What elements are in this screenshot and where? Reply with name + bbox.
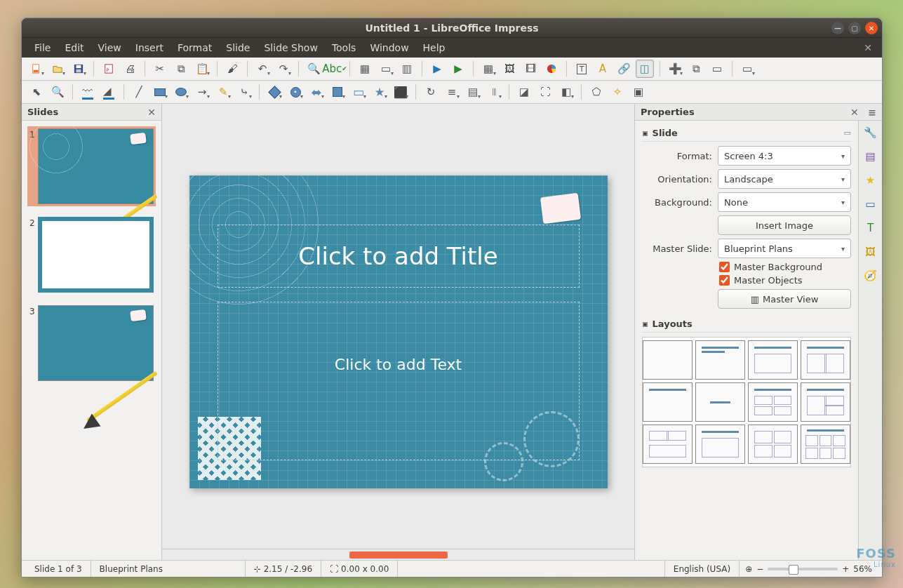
zoom-out-button[interactable]: − [756, 564, 763, 574]
zoom-slider[interactable] [768, 568, 838, 570]
callout-tool[interactable]: ▭ [349, 83, 368, 101]
duplicate-slide-button[interactable]: ⧉ [687, 60, 705, 78]
menu-tools[interactable]: Tools [325, 39, 363, 56]
sidebar-animation-tab[interactable]: ▭ [862, 195, 880, 213]
insert-image-button[interactable]: Insert Image [718, 215, 851, 235]
orientation-select[interactable]: Landscape [718, 169, 851, 189]
master-slide-button[interactable]: ▥ [398, 60, 416, 78]
close-document-button[interactable]: ✕ [859, 41, 876, 55]
export-pdf-button[interactable]: P [100, 60, 118, 78]
stars-tool[interactable]: ★ [370, 83, 389, 101]
distribute-tool[interactable]: ⫴ [485, 83, 503, 101]
master-view-button[interactable]: ▥ Master View [718, 289, 851, 309]
menu-edit[interactable]: Edit [58, 39, 91, 56]
horizontal-scrollbar[interactable] [162, 549, 634, 560]
sidebar-slides-tab[interactable]: ▤ [862, 147, 880, 166]
properties-panel-close[interactable]: ✕ [850, 107, 859, 118]
sidebar-transition-tab[interactable]: ★ [862, 171, 880, 189]
master-objects-checkbox[interactable] [719, 275, 730, 286]
find-replace-button[interactable]: 🔍 [305, 60, 323, 78]
expand-icon[interactable]: ▭ [844, 128, 851, 138]
grid-button[interactable]: ▦ [356, 60, 374, 78]
menu-format[interactable]: Format [170, 39, 219, 56]
slide-canvas[interactable]: Click to add Title Click to add Text [189, 175, 608, 488]
layout-4[interactable] [748, 425, 798, 464]
layout-title[interactable] [695, 340, 745, 380]
block-arrows-tool[interactable]: ⬌ [307, 83, 326, 101]
sidebar-master-tab[interactable]: T [862, 219, 880, 237]
slide-thumb-3[interactable]: 3 [27, 303, 156, 383]
rectangle-tool[interactable] [151, 83, 169, 101]
background-select[interactable]: None [718, 192, 851, 212]
delete-slide-button[interactable]: ▭ [708, 60, 726, 78]
save-button[interactable] [69, 60, 88, 78]
menu-insert[interactable]: Insert [128, 39, 170, 56]
start-first-button[interactable]: ▶ [428, 60, 446, 78]
shadow-tool[interactable]: ◪ [515, 83, 533, 101]
symbol-shapes-tool[interactable]: • [286, 83, 305, 101]
master-slide-select[interactable]: Blueprint Plans [718, 239, 851, 258]
undo-button[interactable]: ↶ [253, 60, 272, 78]
clone-format-button[interactable]: 🖌 [223, 60, 241, 78]
curve-tool[interactable]: ✎ [214, 83, 232, 101]
slide-section-header[interactable]: ▣ Slide ▭ [642, 125, 851, 142]
menu-window[interactable]: Window [363, 39, 415, 56]
slide-thumb-2[interactable]: 2 [27, 215, 156, 295]
close-button[interactable]: ✕ [865, 22, 878, 34]
paste-button[interactable]: 📋 [193, 60, 211, 78]
filter-tool[interactable]: ◧ [557, 83, 575, 101]
slide-list[interactable]: 1 2 3 [22, 121, 161, 560]
zoom-in-button[interactable]: + [842, 564, 849, 574]
copy-button[interactable]: ⧉ [172, 60, 190, 78]
line-color-button[interactable]: 〰 [79, 83, 97, 101]
gluepoints-tool[interactable]: ✧ [608, 83, 627, 101]
status-language[interactable]: English (USA) [665, 561, 740, 577]
sidebar-navigator-tab[interactable]: 🧭 [862, 267, 880, 285]
menu-help[interactable]: Help [416, 39, 453, 56]
layout-2x2[interactable] [748, 382, 798, 422]
align-tool[interactable]: ≡ [443, 83, 461, 101]
textbox-button[interactable]: T [573, 60, 591, 78]
extrusion-tool[interactable]: ▣ [629, 83, 648, 101]
layout-title-content[interactable] [748, 340, 798, 380]
master-background-checkbox[interactable] [719, 262, 730, 272]
cut-button[interactable]: ✂ [151, 60, 169, 78]
new-slide-button[interactable]: ➕ [666, 60, 684, 78]
layouts-section-header[interactable]: ▣ Layouts [642, 316, 851, 333]
hyperlink-button[interactable]: 🔗 [615, 60, 633, 78]
rotate-tool[interactable]: ↻ [422, 83, 440, 101]
show-draw-functions-button[interactable]: ◫ [636, 60, 654, 78]
menu-file[interactable]: File [27, 39, 58, 56]
ellipse-tool[interactable] [172, 83, 190, 101]
maximize-button[interactable]: ▢ [848, 22, 861, 34]
layout-title-only[interactable] [643, 382, 693, 422]
status-master[interactable]: Blueprint Plans [91, 561, 246, 577]
open-button[interactable] [48, 60, 67, 78]
menu-slide[interactable]: Slide [219, 39, 257, 56]
layout-centered[interactable] [695, 382, 745, 422]
connector-tool[interactable]: ⤷ [235, 83, 253, 101]
layout-blank[interactable] [643, 340, 693, 380]
slides-panel-close[interactable]: ✕ [147, 107, 156, 118]
spellcheck-button[interactable]: Abc✔ [326, 60, 344, 78]
arrange-tool[interactable]: ▤ [464, 83, 482, 101]
basic-shapes-tool[interactable] [265, 83, 283, 101]
new-doc-button[interactable] [27, 60, 46, 78]
properties-panel-menu[interactable]: ≡ [868, 107, 876, 118]
sidebar-gallery-tab[interactable]: 🖼 [862, 243, 880, 261]
layout-two-content[interactable] [801, 340, 850, 380]
arrow-tool[interactable]: → [193, 83, 211, 101]
select-tool[interactable]: ⬉ [27, 83, 46, 101]
3d-objects-tool[interactable]: ⬛ [392, 83, 410, 101]
table-button[interactable]: ▦ [479, 60, 497, 78]
display-views-button[interactable]: ▭ [377, 60, 395, 78]
chart-button[interactable] [542, 60, 561, 78]
layout-2-1[interactable] [643, 425, 693, 464]
flowchart-tool[interactable] [328, 83, 347, 101]
line-tool[interactable]: ╱ [130, 83, 148, 101]
menu-slideshow[interactable]: Slide Show [257, 39, 324, 56]
layout-v2[interactable] [695, 425, 745, 464]
image-button[interactable]: 🖼 [500, 60, 519, 78]
editor-area[interactable]: Click to add Title Click to add Text [162, 104, 634, 560]
fontwork-button[interactable]: A [594, 60, 612, 78]
